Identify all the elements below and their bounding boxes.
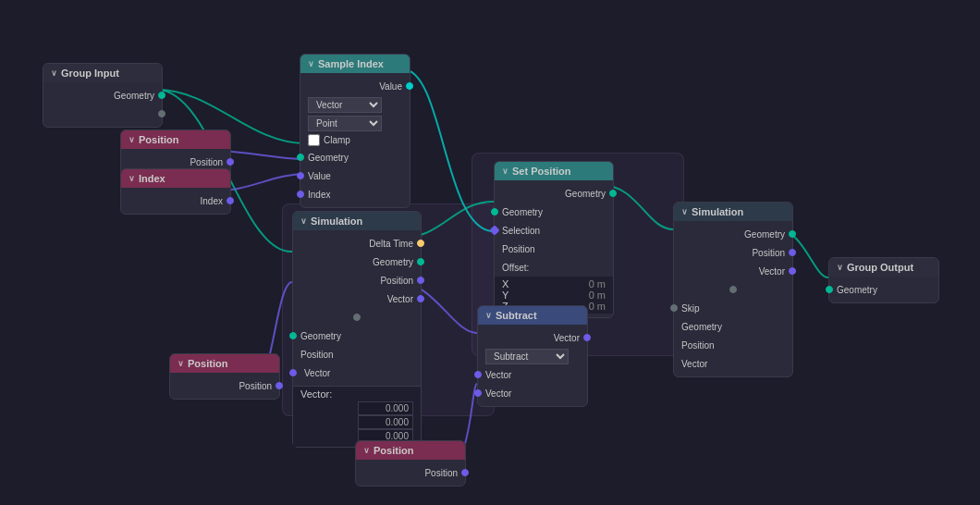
si-clamp-label: Clamp (324, 135, 350, 145)
vec-y-input[interactable] (358, 415, 413, 429)
extra-output-row (43, 105, 162, 123)
sub-vec-out-socket[interactable] (583, 334, 591, 341)
collapse-icon-go[interactable]: ∨ (837, 263, 843, 272)
sl-vec-row: Vector (293, 289, 421, 308)
sr-vec-out-label: Vector (759, 266, 785, 277)
vector-fields: Vector: (293, 386, 421, 447)
sub-vec-out-label: Vector (554, 333, 580, 343)
sample-index-body: Value Vector Point Clamp Geometry (300, 73, 410, 207)
sample-index-title: Sample Index (318, 58, 384, 69)
sp-geo-in-socket[interactable] (491, 208, 498, 216)
sample-index-node: ∨ Sample Index Value Vector Point Clamp (300, 54, 410, 208)
p2-pos-row: Position (170, 376, 279, 395)
si-geometry-input-socket[interactable] (297, 154, 304, 161)
index-label: Index (201, 196, 223, 206)
group-input-node: ∨ Group Input Geometry (43, 63, 163, 128)
set-position-title: Set Position (512, 166, 571, 177)
sr-pos-out-socket[interactable] (789, 249, 796, 256)
si-geometry-label: Geometry (308, 153, 349, 163)
si-point-select[interactable]: Point (308, 116, 382, 131)
index-output-socket[interactable] (227, 197, 234, 204)
sp-geo-out-label: Geometry (565, 189, 606, 199)
go-geo-row: Geometry (829, 280, 938, 299)
si-index-input-socket[interactable] (297, 191, 304, 198)
sr-geo-out-socket[interactable] (789, 230, 796, 238)
vec-x-input[interactable] (358, 401, 413, 415)
sub-vec1-label: Vector (485, 370, 511, 380)
si-index-row: Index (300, 185, 410, 203)
si-value-input-socket[interactable] (297, 172, 304, 179)
si-point-row: Point (300, 114, 410, 132)
sr-vec-out-socket[interactable] (789, 267, 796, 275)
sl-dt-row: Delta Time (293, 234, 421, 252)
sl-bottom-socket[interactable] (353, 314, 361, 321)
sr-skip-socket[interactable] (670, 304, 678, 312)
sp-y-label: Y (502, 289, 508, 301)
sample-index-header: ∨ Sample Index (300, 55, 410, 73)
sp-geo-in-row: Geometry (495, 203, 613, 221)
sub-operation-select[interactable]: Subtract (485, 349, 569, 364)
sr-pos-out-row: Position (674, 243, 792, 262)
group-input-header: ∨ Group Input (43, 64, 162, 82)
sl-vec-out-socket[interactable] (417, 295, 424, 302)
si-vector-row: Vector (300, 95, 410, 114)
collapse-icon[interactable]: ∨ (51, 68, 57, 78)
sr-bottom-socket[interactable] (729, 286, 737, 293)
simulation-left-header: ∨ Simulation (293, 212, 421, 230)
sl-geo-label: Geometry (373, 257, 413, 267)
position1-title: Position (139, 134, 178, 145)
pb-pos-socket[interactable] (461, 469, 469, 476)
group-output-header: ∨ Group Output (829, 258, 938, 277)
collapse-icon-p2[interactable]: ∨ (178, 359, 184, 368)
sub-vec2-socket[interactable] (474, 389, 482, 397)
sl-vec-label: Vector (387, 294, 413, 304)
collapse-icon-pb[interactable]: ∨ (363, 446, 370, 455)
geometry-output-socket[interactable] (158, 92, 165, 99)
si-clamp-checkbox[interactable] (308, 134, 320, 146)
vec-colon-label: Vector: (300, 388, 332, 400)
sl-dt-label: Delta Time (369, 239, 413, 249)
si-value-in-label: Value (308, 171, 331, 181)
si-value-output-socket[interactable] (406, 82, 413, 90)
p2-pos-socket[interactable] (276, 382, 283, 389)
sl-geo-out-socket[interactable] (417, 258, 424, 265)
sp-geo-out-socket[interactable] (609, 190, 617, 197)
collapse-icon-idx[interactable]: ∨ (129, 174, 135, 183)
sr-geo-out-label: Geometry (744, 229, 785, 240)
index-output-row: Index (121, 191, 230, 210)
p2-pos-label: Position (239, 381, 272, 391)
simulation-right-header: ∨ Simulation (674, 203, 792, 221)
position-output-socket[interactable] (227, 158, 234, 166)
vec-y-row (300, 415, 413, 429)
sl-pos-out-socket[interactable] (417, 277, 424, 284)
position-label: Position (190, 157, 223, 167)
si-geometry-row: Geometry (300, 148, 410, 166)
collapse-icon-sp[interactable]: ∨ (502, 166, 508, 176)
group-input-title: Group Input (61, 68, 119, 79)
set-position-body: Geometry Geometry Selection Position Off… (495, 180, 613, 317)
sub-vec-out-row: Vector (478, 328, 587, 347)
sl-pos-row: Position (293, 271, 421, 289)
sl-geo-in-socket[interactable] (289, 332, 297, 339)
position-bottom-body: Position (356, 460, 465, 486)
collapse-icon-sr[interactable]: ∨ (681, 207, 688, 216)
sp-x-label: X (502, 278, 508, 289)
sl-dt-socket[interactable] (417, 240, 424, 247)
collapse-icon-si[interactable]: ∨ (308, 59, 314, 68)
sl-vec-in-row: Vector (293, 363, 421, 382)
sub-vec1-socket[interactable] (474, 371, 482, 378)
subtract-header: ∨ Subtract (478, 306, 587, 325)
set-position-node: ∨ Set Position Geometry Geometry Selecti… (494, 161, 614, 318)
collapse-icon-sub[interactable]: ∨ (485, 311, 492, 320)
collapse-icon-p1[interactable]: ∨ (129, 135, 135, 144)
position-bottom-title: Position (374, 445, 413, 456)
collapse-icon-sl[interactable]: ∨ (300, 216, 307, 226)
go-geo-socket[interactable] (826, 286, 833, 293)
simulation-right-title: Simulation (692, 206, 743, 217)
sp-y-val: 0 m (589, 289, 606, 301)
si-vector-select[interactable]: Vector (308, 97, 382, 113)
extra-output-socket[interactable] (158, 110, 165, 117)
position2-header: ∨ Position (170, 354, 279, 373)
sr-skip-label: Skip (681, 303, 699, 314)
sl-vec-in-socket[interactable] (289, 369, 297, 376)
